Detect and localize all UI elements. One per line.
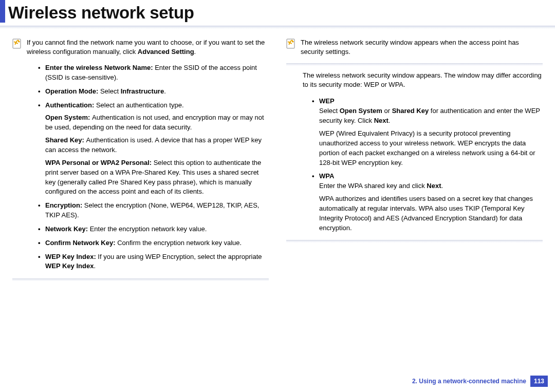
wki-text: If you are using WEP Encryption, select … (98, 253, 262, 260)
t: Select (319, 107, 340, 115)
item-wep: WEP Select Open System or Shared Key for… (312, 97, 543, 167)
svg-rect-1 (287, 39, 294, 48)
wpa-line1: Enter the WPA shared key and click Next. (319, 181, 543, 191)
section-rule-right-2 (286, 240, 543, 242)
t: Shared Key (392, 107, 429, 115)
auth-text: Select an authentication type. (96, 101, 184, 109)
nk-label: Network Key: (45, 225, 90, 233)
t: Open System (340, 107, 382, 115)
note-icon (12, 38, 22, 49)
page-title: Wireless network setup (8, 3, 194, 23)
note-block-right: The wireless network security window app… (286, 38, 543, 56)
wep-desc: WEP (Wired Equivalent Privacy) is a secu… (319, 129, 543, 167)
advanced-settings-list: Enter the wireless Network Name: Enter t… (38, 63, 269, 271)
cnk-text: Confirm the encryption network key value… (117, 239, 242, 247)
footer-chapter: 2. Using a network-connected machine (412, 378, 526, 385)
item-ssid: Enter the wireless Network Name: Enter t… (38, 63, 269, 83)
note-text-right: The wireless network security window app… (301, 38, 543, 56)
header-rule (0, 26, 555, 29)
note-text: If you cannot find the network name you … (27, 38, 269, 56)
item-wep-key-index: WEP Key Index: If you are using WEP Encr… (38, 252, 269, 272)
t: . (388, 117, 391, 124)
wpa-title: WPA (319, 172, 334, 180)
item-encryption: Encryption: Select the encryption (None,… (38, 201, 269, 220)
page-footer: 2. Using a network-connected machine 113 (412, 376, 548, 387)
open-label: Open System: (45, 114, 92, 121)
svg-rect-0 (13, 39, 21, 48)
auth-label: Authentication: (45, 101, 96, 109)
wki-bold: WEP Key Index (45, 262, 94, 270)
shared-label: Shared Key: (45, 136, 86, 144)
cnk-label: Confirm Network Key: (45, 239, 117, 247)
t: . (441, 182, 443, 190)
item-wpa: WPA Enter the WPA shared key and click N… (312, 172, 543, 233)
note-icon (286, 38, 295, 49)
wep-line1: Select Open System or Shared Key for aut… (319, 106, 543, 126)
footer-page-number: 113 (530, 376, 548, 387)
op-bold: Infrastructure (121, 87, 164, 95)
content-columns: If you cannot find the network name you … (0, 38, 555, 284)
op-label: Operation Mode: (45, 87, 100, 95)
t: or (382, 107, 392, 115)
t: Next (374, 117, 388, 124)
item-confirm-network-key: Confirm Network Key: Confirm the encrypt… (38, 238, 269, 248)
wki-tail: . (94, 262, 96, 270)
wep-title: WEP (319, 97, 335, 105)
open-system-para: Open System: Authentication is not used,… (45, 113, 269, 133)
security-window-body: The wireless network security window app… (303, 71, 543, 89)
note-tail: . (194, 48, 196, 55)
page-header: Wireless network setup (0, 0, 555, 26)
item-network-key: Network Key: Enter the encryption networ… (38, 225, 269, 234)
note-bold: Advanced Setting (138, 48, 194, 55)
shared-key-para: Shared Key: Authentication is used. A de… (45, 136, 269, 155)
left-column: If you cannot find the network name you … (12, 38, 269, 284)
op-tail: . (164, 87, 166, 95)
header-accent-bar (0, 0, 5, 23)
wpa-personal-para: WPA Personal or WPA2 Personal: Select th… (45, 158, 269, 197)
section-rule-left (12, 278, 269, 281)
enc-label: Encryption: (45, 201, 84, 209)
note-block: If you cannot find the network name you … (12, 38, 269, 56)
nk-text: Enter the encryption network key value. (90, 225, 207, 233)
item-authentication: Authentication: Select an authentication… (38, 101, 269, 197)
wpa-desc: WPA authorizes and identifies users base… (319, 194, 543, 233)
wki-label: WEP Key Index: (45, 253, 98, 260)
section-rule-right-1 (286, 63, 543, 66)
ssid-label: Enter the wireless Network Name: (45, 64, 155, 71)
item-operation-mode: Operation Mode: Select Infrastructure. (38, 87, 269, 97)
t: Enter the WPA shared key and click (319, 182, 427, 190)
t: Next (427, 182, 441, 190)
wpa-label: WPA Personal or WPA2 Personal: (45, 159, 154, 166)
security-modes-list: WEP Select Open System or Shared Key for… (312, 97, 543, 233)
right-column: The wireless network security window app… (286, 38, 543, 284)
op-text: Select (100, 87, 121, 95)
